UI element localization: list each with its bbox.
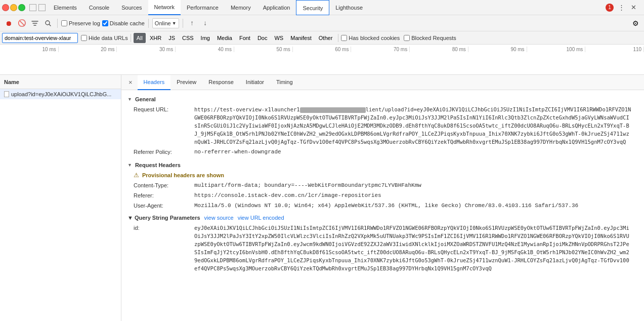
chevron-down-icon: ▼	[172, 21, 177, 26]
query-id-value: eyJ0eXAiOiJKV1QiLCJhbGciOiJSUzI1NiIsImtp…	[194, 224, 632, 272]
tab-lighthouse[interactable]: Lighthouse	[329, 0, 369, 15]
preserve-log-checkbox-label[interactable]: Preserve log	[61, 20, 100, 26]
tab-bar: Elements Console Sources Network Perform…	[0, 0, 644, 15]
filter-type-doc[interactable]: Doc	[254, 33, 271, 43]
view-source-link[interactable]: view source	[204, 215, 234, 221]
filter-type-img[interactable]: Img	[198, 33, 213, 43]
filter-icon	[31, 20, 38, 27]
ruler-tick-1: 10 ms	[0, 47, 59, 52]
disable-cache-checkbox-label[interactable]: Disable cache	[102, 20, 145, 26]
tab-application[interactable]: Application	[257, 0, 296, 15]
filter-button[interactable]	[29, 18, 40, 29]
query-params-title[interactable]: ▼ Query String Parameters	[127, 215, 200, 221]
filter-sep-1	[131, 34, 131, 42]
referer-row: Referer: https://console.1stack-dev.com.…	[121, 190, 644, 200]
search-button[interactable]	[42, 18, 54, 29]
filter-input[interactable]	[2, 33, 78, 43]
referer-value: https://console.1stack-dev.com.cn/lcr/im…	[194, 191, 632, 199]
filter-type-js[interactable]: JS	[165, 33, 178, 43]
divider-3	[183, 19, 183, 28]
view-url-encoded-link[interactable]: view URL encoded	[238, 215, 284, 221]
left-panel-header: Name	[0, 75, 121, 89]
has-blocked-cookies-label[interactable]: Has blocked cookies	[341, 35, 400, 41]
timeline: 10 ms 20 ms 30 ms 40 ms 50 ms 60 ms 70 m…	[0, 45, 644, 75]
filter-type-css[interactable]: CSS	[179, 33, 197, 43]
toolbar: ⏺ 🚫 Preserve log Disable cache Online ▼ …	[0, 15, 644, 31]
filter-type-media[interactable]: Media	[214, 33, 235, 43]
hide-data-urls-checkbox[interactable]	[81, 35, 87, 41]
content-type-label: Content-Type:	[134, 181, 194, 189]
tab-security[interactable]: Security	[296, 0, 329, 15]
tab-sources[interactable]: Sources	[115, 0, 148, 15]
filter-type-xhr[interactable]: XHR	[147, 33, 164, 43]
window-controls	[2, 4, 25, 11]
stop-button[interactable]: 🚫	[16, 18, 27, 29]
referer-label: Referer:	[134, 191, 194, 199]
ruler-tick-10: 100 ms	[527, 47, 586, 52]
ruler-tick-8: 80 ms	[410, 47, 468, 52]
blocked-requests-label[interactable]: Blocked Requests	[404, 35, 456, 41]
tab-response[interactable]: Response	[202, 75, 240, 90]
tab-icons: 1 ⋮ ✕	[606, 3, 642, 12]
tab-preview[interactable]: Preview	[170, 75, 202, 90]
detail-tabs: × Headers Preview Response Initiator Tim…	[121, 75, 644, 90]
close-window-btn[interactable]	[2, 4, 9, 11]
page-icon	[4, 91, 9, 97]
close-detail-btn[interactable]: ×	[125, 78, 136, 86]
request-url-value: https://test-overview-x1launcher1 lient/…	[194, 105, 632, 146]
referrer-policy-value: no-referrer-when-downgrade	[194, 148, 632, 156]
devtools-dots-icon[interactable]: ⋮	[617, 3, 626, 12]
request-url-label: Request URL:	[134, 105, 194, 146]
filter-type-manifest[interactable]: Manifest	[287, 33, 315, 43]
warning-text: Provisional headers are shown	[142, 172, 224, 178]
throttle-select[interactable]: Online ▼	[152, 18, 179, 28]
export-button[interactable]: ↓	[200, 18, 211, 29]
referrer-policy-label: Referrer Policy:	[134, 148, 194, 156]
divider-1	[57, 19, 58, 28]
request-headers-section-header[interactable]: Request Headers	[121, 160, 644, 170]
query-id-label: id:	[134, 224, 194, 272]
record-button[interactable]: ⏺	[3, 18, 14, 29]
ruler-tick-3: 30 ms	[117, 47, 176, 52]
error-badge[interactable]: 1	[606, 4, 614, 12]
import-button[interactable]: ↑	[187, 18, 198, 29]
filter-sep-2	[338, 34, 338, 42]
search-icon	[45, 20, 52, 27]
blocked-requests-checkbox[interactable]	[404, 35, 410, 41]
user-agent-row: User-Agent: Mozilla/5.0 (Windows NT 10.0…	[121, 200, 644, 211]
tab-initiator[interactable]: Initiator	[240, 75, 270, 90]
devtools-close-icon[interactable]: ✕	[629, 3, 638, 12]
dock-btn-2[interactable]	[38, 4, 46, 11]
user-agent-value: Mozilla/5.0 (Windows NT 10.0; Win64; x64…	[194, 202, 632, 210]
general-section-header[interactable]: General	[121, 94, 644, 104]
tab-timing[interactable]: Timing	[270, 75, 299, 90]
query-id-row: id: eyJ0eXAiOiJKV1QiLCJhbGciOiJSUzI1NiIs…	[121, 223, 644, 273]
referrer-policy-row: Referrer Policy: no-referrer-when-downgr…	[121, 147, 644, 157]
tab-console[interactable]: Console	[83, 0, 115, 15]
ruler-tick-2: 20 ms	[59, 47, 117, 52]
tab-elements[interactable]: Elements	[48, 0, 83, 15]
filter-type-all[interactable]: All	[134, 33, 146, 43]
settings-button[interactable]: ⚙	[630, 18, 641, 29]
hide-data-urls-label[interactable]: Hide data URLs	[81, 35, 128, 41]
tab-performance[interactable]: Performance	[181, 0, 225, 15]
divider-2	[148, 19, 149, 28]
filter-type-ws[interactable]: WS	[271, 33, 286, 43]
ruler-tick-7: 70 ms	[351, 47, 410, 52]
tab-memory[interactable]: Memory	[225, 0, 257, 15]
preserve-log-checkbox[interactable]	[61, 20, 67, 26]
filter-type-other[interactable]: Other	[316, 33, 336, 43]
tab-headers[interactable]: Headers	[138, 75, 171, 90]
has-blocked-cookies-checkbox[interactable]	[341, 35, 347, 41]
tab-network[interactable]: Network	[148, 0, 181, 15]
warning-icon: ⚠	[134, 172, 139, 179]
list-item[interactable]: upload?id=eyJ0eXAiOiJKV1QiLCJhbG...	[0, 89, 121, 99]
disable-cache-checkbox[interactable]	[102, 20, 108, 26]
query-params-section-header: ▼ Query String Parameters view source vi…	[121, 213, 644, 223]
content-type-row: Content-Type: multipart/form-data; bound…	[121, 180, 644, 190]
filter-type-font[interactable]: Font	[236, 33, 253, 43]
content-type-value: multipart/form-data; boundary=----WebKit…	[194, 181, 632, 189]
maximize-window-btn[interactable]	[18, 4, 25, 11]
minimize-window-btn[interactable]	[10, 4, 17, 11]
dock-btn[interactable]	[29, 4, 36, 11]
